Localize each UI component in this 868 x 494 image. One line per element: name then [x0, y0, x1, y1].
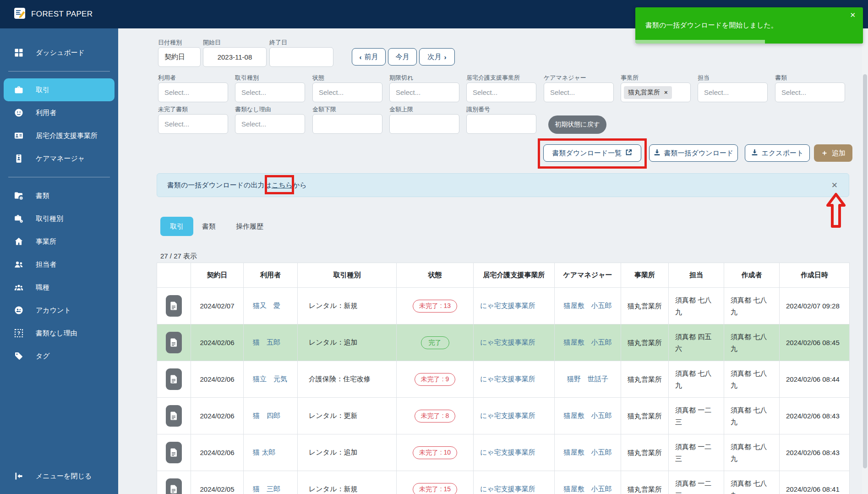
- care-manager-filter-select[interactable]: Select...: [544, 82, 614, 102]
- banner-close-icon[interactable]: ✕: [831, 181, 838, 190]
- document-filter-select[interactable]: Select...: [775, 82, 845, 102]
- user-filter-field: 利用者 Select...: [158, 74, 228, 102]
- sidebar-divider: [8, 177, 110, 177]
- add-button[interactable]: ＋ 追加: [814, 144, 852, 162]
- end-date-input[interactable]: [269, 47, 333, 67]
- care-manager-link[interactable]: 猫屋敷 小五郎: [564, 412, 612, 419]
- sidebar-item-offices[interactable]: 事業所: [0, 230, 118, 253]
- identifier-input[interactable]: [466, 114, 536, 134]
- care-office-link[interactable]: にゃ宅支援事業所: [480, 412, 535, 419]
- cell-contract-date: 2024/02/07: [191, 288, 244, 324]
- chip-remove-icon[interactable]: ×: [664, 89, 668, 96]
- this-month-button[interactable]: 今月: [388, 48, 417, 66]
- document-filter-field: 書類 Select...: [775, 74, 845, 102]
- no-doc-reason-filter-field: 書類なし理由 Select...: [235, 105, 305, 134]
- user-link[interactable]: 猫 三郎: [253, 485, 280, 493]
- cell-contract-date: 2024/02/06: [191, 361, 244, 398]
- bulk-download-button[interactable]: 書類一括ダウンロード: [649, 144, 738, 162]
- cell-creator: 須真都 七八九: [724, 288, 780, 324]
- table-row: 2024/02/06 猫 四郎 レンタル：更新 未完了 : 8 にゃ宅支援事業所…: [157, 398, 850, 434]
- table-row: 2024/02/05 猫 三郎 レンタル：新規 未完了 : 15 にゃ宅支援事業…: [157, 471, 850, 494]
- cell-transaction-type: レンタル：新規: [298, 288, 397, 324]
- office-filter-chip: 猫丸営業所 ×: [624, 86, 672, 99]
- care-office-link[interactable]: にゃ宅支援事業所: [480, 302, 535, 309]
- header-staff: 担当: [669, 263, 724, 288]
- sidebar-item-tags[interactable]: タグ: [0, 345, 118, 368]
- reset-filters-button[interactable]: 初期状態に戻す: [548, 115, 606, 134]
- care-office-link[interactable]: にゃ宅支援事業所: [480, 375, 535, 383]
- status-filter-select[interactable]: Select...: [312, 82, 382, 102]
- care-manager-link[interactable]: 猫野 世話子: [567, 375, 608, 383]
- amount-min-input[interactable]: [312, 114, 382, 134]
- kochira-link[interactable]: こちら: [272, 181, 293, 190]
- start-date-input[interactable]: [203, 47, 267, 67]
- care-office-link[interactable]: にゃ宅支援事業所: [480, 448, 535, 456]
- office-filter-select[interactable]: 猫丸営業所 ×: [621, 82, 691, 102]
- bulk-download-info-banner: 書類の一括ダウンロードの出力はこちらから ✕: [157, 173, 849, 197]
- sidebar-item-dashboard[interactable]: ダッシュボード: [0, 41, 118, 64]
- sidebar-item-documents[interactable]: 書類: [0, 184, 118, 207]
- amount-max-field: 金額上限: [389, 105, 459, 134]
- user-link[interactable]: 猫 五郎: [253, 338, 280, 346]
- document-icon-button[interactable]: [166, 405, 182, 427]
- status-badge: 未完了 : 8: [415, 410, 455, 423]
- amount-max-input[interactable]: [389, 114, 459, 134]
- staff-filter-select[interactable]: Select...: [698, 82, 768, 102]
- care-office-link[interactable]: にゃ宅支援事業所: [480, 338, 535, 346]
- no-doc-reason-filter-select[interactable]: Select...: [235, 114, 305, 134]
- user-filter-select[interactable]: Select...: [158, 82, 228, 102]
- user-link[interactable]: 猫立 元気: [253, 375, 287, 383]
- incomplete-doc-filter-select[interactable]: Select...: [158, 114, 228, 134]
- sidebar-item-care-offices[interactable]: 居宅介護支援事業所: [0, 124, 118, 147]
- cell-transaction-type: レンタル：新規: [298, 471, 397, 494]
- scrollbar-track[interactable]: [862, 28, 868, 494]
- care-office-link[interactable]: にゃ宅支援事業所: [480, 485, 535, 493]
- cell-office: 猫丸営業所: [621, 361, 669, 398]
- document-icon-button[interactable]: [166, 478, 182, 494]
- care-manager-link[interactable]: 猫屋敷 小五郎: [564, 302, 612, 309]
- annotation-arrow-up-icon: [825, 192, 846, 229]
- user-link[interactable]: 猫 四郎: [253, 412, 280, 419]
- sidebar-item-transaction-types[interactable]: 取引種別: [0, 207, 118, 230]
- sidebar-item-no-document-reasons[interactable]: ? 書類なし理由: [0, 322, 118, 345]
- document-icon-button[interactable]: [166, 442, 182, 463]
- tab-transactions[interactable]: 取引: [160, 217, 193, 236]
- sidebar-item-accounts[interactable]: アカウント: [0, 299, 118, 322]
- user-link[interactable]: 猫 太郎: [253, 448, 275, 456]
- toast-close-icon[interactable]: ✕: [850, 11, 856, 19]
- tab-operation-history[interactable]: 操作履歴: [229, 217, 270, 236]
- status-badge: 未完了 : 9: [415, 373, 455, 386]
- cell-created-at: 2024/02/07 09:28: [780, 288, 850, 324]
- date-type-select[interactable]: 契約日: [158, 47, 201, 67]
- next-month-button[interactable]: 次月›: [419, 48, 455, 66]
- care-manager-link[interactable]: 猫屋敷 小五郎: [564, 485, 612, 493]
- expired-filter-select[interactable]: Select...: [389, 82, 459, 102]
- care-office-filter-select[interactable]: Select...: [466, 82, 536, 102]
- sidebar-item-staff[interactable]: 担当者: [0, 253, 118, 276]
- document-download-list-button[interactable]: 書類ダウンロード一覧: [543, 144, 641, 162]
- prev-month-button[interactable]: ‹前月: [352, 48, 386, 66]
- sidebar-collapse-menu[interactable]: メニューを閉じる: [0, 465, 118, 488]
- tab-documents[interactable]: 書類: [196, 217, 222, 236]
- care-manager-link[interactable]: 猫屋敷 小五郎: [564, 338, 612, 346]
- cell-transaction-type: レンタル：追加: [298, 434, 397, 471]
- transaction-type-filter-select[interactable]: Select...: [235, 82, 305, 102]
- sidebar-item-users[interactable]: 利用者: [0, 101, 118, 124]
- export-button[interactable]: エクスポート: [745, 144, 810, 162]
- table-row: 2024/02/06 猫 太郎 レンタル：追加 未完了 : 10 にゃ宅支援事業…: [157, 434, 850, 471]
- status-badge: 未完了 : 13: [413, 300, 457, 313]
- user-link[interactable]: 猫又 愛: [253, 302, 280, 309]
- care-office-filter-field: 居宅介護支援事業所 Select...: [466, 74, 536, 102]
- document-icon-button[interactable]: [166, 368, 182, 390]
- sidebar-item-transactions[interactable]: 取引: [4, 78, 115, 101]
- toast-message: 書類の一括ダウンロードを開始しました。: [645, 21, 778, 30]
- cell-transaction-type: レンタル：更新: [298, 398, 397, 434]
- sidebar-item-job-types[interactable]: 職種: [0, 276, 118, 299]
- scrollbar-thumb[interactable]: [863, 74, 867, 468]
- document-icon-button[interactable]: [166, 332, 182, 353]
- care-manager-link[interactable]: 猫屋敷 小五郎: [564, 448, 612, 456]
- header-user: 利用者: [244, 263, 298, 288]
- cell-staff: 須真都 一二三: [669, 434, 724, 471]
- document-icon-button[interactable]: [166, 295, 182, 317]
- sidebar-item-care-managers[interactable]: ケアマネージャ: [0, 147, 118, 170]
